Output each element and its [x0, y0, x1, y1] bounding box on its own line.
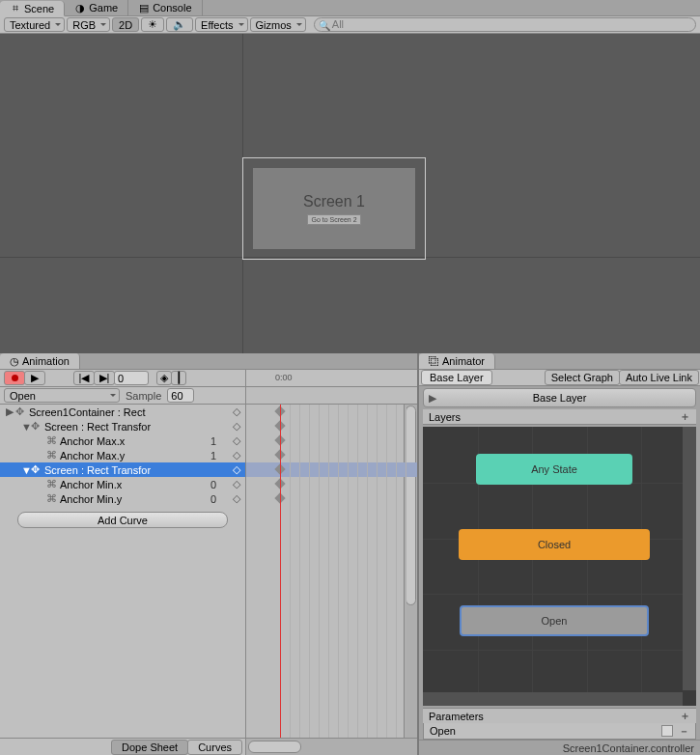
state-closed[interactable]: Closed: [459, 529, 650, 560]
scrollbar-h[interactable]: [246, 739, 417, 755]
add-event-button[interactable]: ┃: [171, 371, 186, 385]
tab-animator[interactable]: ⿻ Animator: [419, 353, 495, 369]
dope-row[interactable]: [246, 448, 417, 462]
parameter-row[interactable]: Open －: [423, 723, 696, 740]
tab-animation[interactable]: ◷ Animation: [0, 353, 80, 369]
render-mode-dropdown[interactable]: Textured: [4, 17, 65, 32]
screen-nav-button[interactable]: Go to Screen 2: [307, 214, 360, 225]
canvas-outline[interactable]: Screen 1 Go to Screen 2: [242, 157, 426, 260]
state-any[interactable]: Any State: [476, 454, 632, 485]
track-name: Screen1Container : Rect: [29, 406, 210, 418]
effects-dropdown[interactable]: Effects: [195, 17, 247, 32]
diamond-plus-icon: ◈: [160, 372, 168, 384]
add-layer-button[interactable]: ＋: [680, 409, 690, 424]
sample-label: Sample: [126, 390, 161, 402]
tab-console-label: Console: [153, 2, 191, 14]
keyframe-icon[interactable]: ◇: [232, 420, 241, 433]
property-icon: ⌘: [46, 449, 60, 461]
animation-footer: Dope Sheet Curves: [0, 738, 417, 755]
track-value[interactable]: 0: [210, 493, 232, 505]
dope-row[interactable]: [246, 477, 417, 491]
dope-row[interactable]: [246, 433, 417, 448]
track-row[interactable]: ⌘Anchor Max.x1◇: [0, 433, 245, 448]
sample-input[interactable]: [167, 388, 194, 403]
dopesheet-tab[interactable]: Dope Sheet: [111, 740, 188, 755]
keyframe-icon[interactable]: ◇: [232, 434, 241, 447]
auto-live-link-button[interactable]: Auto Live Link: [619, 370, 699, 385]
animation-clip-row: Open Sample: [0, 387, 417, 405]
state-graph[interactable]: Any State Closed Open: [423, 427, 696, 706]
graph-scroll-h[interactable]: [423, 692, 683, 706]
clip-name: Open: [10, 390, 36, 402]
track-row[interactable]: ▶✥Screen1Container : Rect◇: [0, 405, 245, 419]
remove-parameter-button[interactable]: －: [679, 724, 689, 739]
graph-scroll-v[interactable]: [683, 427, 696, 690]
layer-header[interactable]: ▶ Base Layer: [423, 388, 696, 407]
keyframe-icon[interactable]: ◇: [232, 492, 241, 505]
animator-panel-tabbar: ⿻ Animator: [419, 353, 700, 370]
color-mode-dropdown[interactable]: RGB: [67, 17, 110, 32]
fold-icon[interactable]: ▼: [21, 421, 31, 433]
play-button[interactable]: ▶: [24, 371, 45, 385]
track-row[interactable]: ⌘Anchor Min.y0◇: [0, 491, 245, 506]
track-value[interactable]: 0: [210, 479, 232, 490]
curves-tab[interactable]: Curves: [187, 740, 242, 755]
tab-console[interactable]: ▤ Console: [128, 0, 202, 15]
property-icon: ⌘: [46, 492, 60, 505]
select-graph-button[interactable]: Select Graph: [545, 370, 620, 385]
parameters-label: Parameters: [429, 711, 484, 722]
dopesheet[interactable]: [246, 405, 417, 738]
track-name: Anchor Max.x: [60, 435, 210, 447]
dope-row[interactable]: [246, 491, 417, 506]
breadcrumb[interactable]: Base Layer: [421, 370, 492, 385]
track-row[interactable]: ⌘Anchor Max.y1◇: [0, 448, 245, 462]
screen-title: Screen 1: [303, 193, 365, 210]
mode-2d-button[interactable]: 2D: [112, 17, 139, 32]
transform-icon: ✥: [31, 420, 44, 433]
prev-key-button[interactable]: |◀: [73, 371, 95, 385]
parameter-checkbox[interactable]: [661, 725, 673, 737]
add-parameter-button[interactable]: ＋: [680, 709, 690, 723]
time-label-0: 0:00: [275, 373, 293, 382]
state-open[interactable]: Open: [460, 605, 649, 636]
track-row[interactable]: ⌘Anchor Min.x0◇: [0, 477, 245, 491]
timeline-ruler[interactable]: 0:00: [246, 370, 417, 386]
add-key-button[interactable]: ◈: [156, 371, 172, 385]
keyframe-icon[interactable]: ◇: [232, 478, 241, 490]
scene-search[interactable]: 🔍 All: [314, 17, 696, 32]
animation-controls-row: ▶ |◀ ▶| ◈ ┃ 0:00: [0, 370, 417, 387]
audio-toggle[interactable]: 🔈: [166, 17, 193, 32]
track-name: Anchor Min.y: [60, 493, 210, 505]
keyframe-icon[interactable]: ◇: [232, 449, 241, 461]
track-row[interactable]: ▼✥Screen : Rect Transfor◇: [0, 462, 245, 477]
tab-scene[interactable]: ⌗ Scene: [0, 1, 65, 16]
playhead[interactable]: [280, 405, 281, 738]
track-row[interactable]: ▼✥Screen : Rect Transfor◇: [0, 419, 245, 433]
track-value[interactable]: 1: [210, 435, 232, 447]
gizmos-dropdown[interactable]: Gizmos: [250, 17, 306, 32]
sun-icon: ☀: [148, 18, 157, 31]
add-curve-button[interactable]: Add Curve: [17, 512, 228, 528]
track-name: Screen : Rect Transfor: [44, 464, 210, 476]
dope-row[interactable]: [246, 405, 417, 419]
frame-input[interactable]: [114, 371, 149, 385]
event-icon: ┃: [176, 372, 182, 384]
track-value[interactable]: 1: [210, 450, 232, 461]
tab-game[interactable]: ◑ Game: [65, 0, 128, 15]
keyframe-icon[interactable]: ◇: [232, 405, 241, 418]
screen-panel[interactable]: Screen 1 Go to Screen 2: [253, 168, 415, 249]
dope-row[interactable]: [246, 462, 417, 477]
property-icon: ⌘: [46, 434, 60, 447]
fold-icon[interactable]: ▶: [6, 405, 15, 418]
scene-view[interactable]: Screen 1 Go to Screen 2: [0, 34, 700, 353]
fold-icon[interactable]: ▼: [21, 464, 31, 476]
status-text: Screen1Container.controller: [563, 742, 694, 754]
main-tabbar: ⌗ Scene ◑ Game ▤ Console: [0, 0, 700, 16]
clip-dropdown[interactable]: Open: [4, 388, 120, 403]
scroll-thumb-h[interactable]: [248, 741, 301, 753]
next-key-button[interactable]: ▶|: [94, 371, 115, 385]
lighting-toggle[interactable]: ☀: [141, 17, 164, 32]
dope-row[interactable]: [246, 419, 417, 433]
record-button[interactable]: [4, 371, 25, 385]
keyframe-icon[interactable]: ◇: [232, 463, 241, 476]
